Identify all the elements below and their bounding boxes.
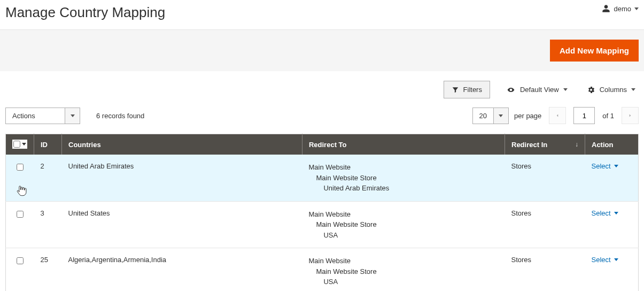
chevron-right-icon	[627, 112, 633, 119]
add-new-mapping-button[interactable]: Add New Mapping	[550, 40, 639, 62]
filters-button[interactable]: Filters	[444, 81, 490, 98]
table-row[interactable]: 3 United States Main Website Main Websit…	[6, 201, 639, 248]
cell-id: 3	[34, 201, 62, 248]
row-checkbox[interactable]	[17, 164, 24, 171]
gear-icon	[587, 86, 595, 94]
filters-label: Filters	[463, 86, 482, 94]
cell-id: 25	[34, 248, 62, 292]
cell-redirect-to: Main Website Main Website Store USA	[302, 248, 505, 292]
per-page-label: per page	[514, 112, 541, 120]
default-view-button[interactable]: Default View	[503, 81, 571, 98]
cell-redirect-in: Stores	[505, 201, 585, 248]
page-of-label: of 1	[602, 112, 614, 120]
chevron-left-icon	[555, 112, 560, 119]
row-action-select[interactable]: Select	[592, 209, 618, 217]
current-page-input[interactable]	[573, 107, 595, 124]
row-action-select[interactable]: Select	[592, 162, 618, 170]
select-all-checkbox[interactable]	[13, 141, 20, 148]
chevron-down-icon	[634, 7, 639, 10]
bulk-actions-select[interactable]: Actions	[5, 108, 80, 124]
sort-desc-icon: ↓	[575, 141, 578, 148]
funnel-icon	[452, 86, 459, 94]
cell-redirect-to: Main Website Main Website Store United A…	[302, 155, 505, 201]
cell-action: Select	[585, 155, 639, 201]
chevron-down-icon	[499, 114, 503, 117]
cell-redirect-in: Stores	[505, 248, 585, 292]
chevron-down-icon	[71, 114, 75, 117]
chevron-down-icon	[22, 143, 26, 146]
cell-redirect-in: Stores	[505, 155, 585, 201]
row-checkbox[interactable]	[17, 211, 24, 218]
user-label: demo	[614, 5, 631, 13]
page-size-select[interactable]: 20	[472, 108, 509, 124]
cell-countries: Algeria,Argentina,Armenia,India	[62, 248, 302, 292]
user-icon	[602, 4, 610, 13]
next-page-button[interactable]	[622, 107, 639, 124]
default-view-label: Default View	[520, 86, 559, 94]
records-found-text: 6 records found	[96, 112, 144, 120]
row-action-select[interactable]: Select	[592, 256, 618, 264]
chevron-down-icon	[614, 165, 618, 167]
col-header-redirect-in[interactable]: Redirect In ↓	[505, 134, 585, 155]
user-menu[interactable]: demo	[602, 4, 639, 13]
row-checkbox[interactable]	[17, 257, 24, 264]
cell-id: 2	[34, 155, 62, 201]
cell-countries: United States	[62, 201, 302, 248]
cell-action: Select	[585, 248, 639, 292]
table-row[interactable]: 2 United Arab Emirates Main Website Main…	[6, 155, 639, 201]
table-row[interactable]: 25 Algeria,Argentina,Armenia,India Main …	[6, 248, 639, 292]
page-size-caret[interactable]	[493, 108, 508, 124]
bulk-actions-label: Actions	[6, 108, 65, 124]
col-header-action: Action	[585, 134, 639, 155]
chevron-down-icon	[614, 258, 618, 261]
eye-icon	[506, 86, 516, 94]
chevron-down-icon	[614, 212, 618, 215]
page-title: Manage Country Mapping	[5, 4, 165, 21]
cell-action: Select	[585, 201, 639, 248]
chevron-down-icon	[563, 88, 568, 91]
cell-countries: United Arab Emirates	[62, 155, 302, 201]
columns-label: Columns	[600, 86, 627, 94]
cell-redirect-to: Main Website Main Website Store USA	[302, 201, 505, 248]
col-header-countries[interactable]: Countries	[62, 134, 302, 155]
prev-page-button[interactable]	[549, 107, 566, 124]
chevron-down-icon	[631, 88, 635, 91]
page-size-value: 20	[473, 108, 493, 124]
mapping-table: ID Countries Redirect To Redirect In ↓ A…	[5, 134, 639, 291]
columns-button[interactable]: Columns	[584, 81, 639, 98]
col-header-checkbox[interactable]	[6, 134, 34, 155]
bulk-actions-caret[interactable]	[65, 108, 80, 124]
col-header-redirect-to[interactable]: Redirect To	[302, 134, 505, 155]
col-header-id[interactable]: ID	[34, 134, 62, 155]
redirect-in-label: Redirect In	[511, 141, 547, 149]
